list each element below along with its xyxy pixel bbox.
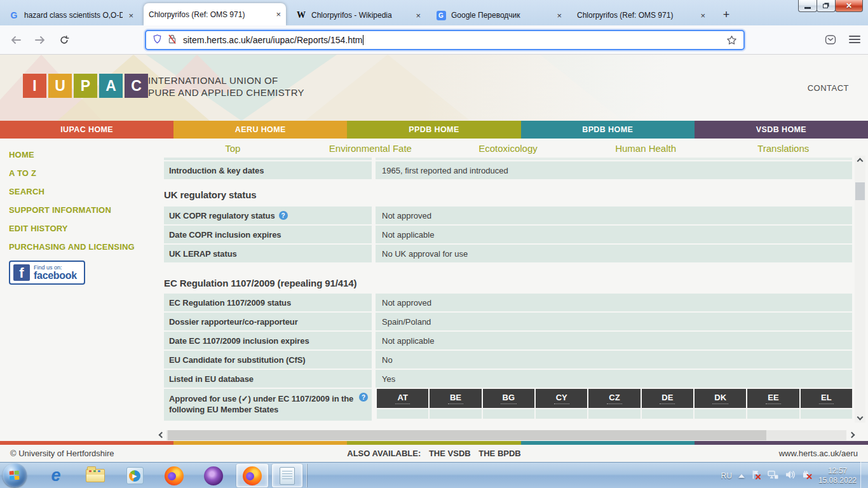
taskbar-clock[interactable]: 12:57 15.08.2022 bbox=[818, 466, 857, 485]
tab-ecotoxicology[interactable]: Ecotoxicology bbox=[439, 143, 577, 154]
help-icon[interactable]: ? bbox=[279, 211, 288, 220]
taskbar-tor-browser[interactable] bbox=[200, 464, 227, 487]
taskbar-media-player[interactable]: ▶ bbox=[121, 464, 149, 487]
table-row: EU Candidate for substitution (CfS) No bbox=[164, 351, 852, 369]
footer-also-available: ALSO AVAILABLE: THE VSDB THE BPDB bbox=[0, 449, 868, 458]
eu-state-header[interactable]: AT bbox=[377, 389, 428, 408]
show-desktop-button[interactable] bbox=[860, 462, 868, 488]
scroll-up-arrow[interactable] bbox=[855, 156, 865, 166]
insecure-lock-icon[interactable] bbox=[168, 34, 177, 47]
eu-state-header[interactable]: CZ bbox=[588, 389, 640, 408]
scroll-left-arrow[interactable] bbox=[156, 433, 166, 437]
table-row: UK COPR regulatory status? Not approved bbox=[164, 207, 852, 224]
site-main-nav: IUPAC HOME AERU HOME PPDB HOME BPDB HOME… bbox=[0, 121, 868, 139]
tab-top[interactable]: Top bbox=[164, 143, 302, 154]
sidebar-item-purchasing-and-licensing[interactable]: PURCHASING AND LICENSING bbox=[9, 242, 159, 252]
table-row: EC Regulation 1107/2009 status Not appro… bbox=[164, 294, 852, 311]
taskbar-file-explorer[interactable] bbox=[81, 464, 109, 487]
sidebar-item-home[interactable]: HOME bbox=[9, 150, 159, 160]
tab-title: hazard class scientists O,O-Dieth bbox=[24, 11, 123, 20]
minimize-button[interactable] bbox=[798, 0, 817, 12]
tab-chlorpyrifos-2[interactable]: Chlorpyrifos (Ref: OMS 971) × bbox=[572, 5, 710, 25]
section-heading-uk: UK regulatory status bbox=[164, 189, 852, 200]
taskbar-firefox[interactable] bbox=[160, 464, 188, 487]
tab-chlorpyrifos-active[interactable]: Chlorpyrifos (Ref: OMS 971) × bbox=[144, 3, 286, 25]
help-icon[interactable]: ? bbox=[359, 393, 368, 402]
sidebar-item-search[interactable]: SEARCH bbox=[9, 187, 159, 197]
row-value: Not applicable bbox=[382, 336, 434, 346]
system-tray: RU 12:57 15.08.2022 bbox=[721, 463, 857, 488]
tab-wikipedia[interactable]: W Chlorpyrifos - Wikipedia × bbox=[291, 5, 426, 25]
scroll-right-arrow[interactable] bbox=[846, 433, 857, 437]
nav-iupac-home[interactable]: IUPAC HOME bbox=[0, 121, 173, 139]
footer-link-vsdb[interactable]: THE VSDB bbox=[429, 449, 471, 458]
eu-state-header[interactable]: EL bbox=[801, 389, 852, 408]
scroll-down-arrow[interactable] bbox=[855, 412, 865, 423]
new-tab-button[interactable]: + bbox=[718, 6, 735, 23]
nav-aeru-home[interactable]: AERU HOME bbox=[173, 121, 347, 139]
windows-logo-icon bbox=[10, 471, 20, 480]
device-error-icon[interactable] bbox=[802, 470, 812, 482]
url-bar[interactable]: sitem.herts.ac.uk/aeru/iupac/Reports/154… bbox=[145, 30, 745, 50]
volume-icon[interactable] bbox=[785, 470, 796, 482]
vertical-scrollbar[interactable] bbox=[855, 156, 865, 423]
taskbar-notepad-active[interactable] bbox=[272, 464, 302, 487]
horizontal-scroll-track[interactable] bbox=[166, 430, 846, 440]
org-name: INTERNATIONAL UNION OF PURE AND APPLIED … bbox=[148, 74, 304, 98]
translate-favicon: G bbox=[436, 10, 446, 20]
purple-browser-icon bbox=[204, 466, 223, 485]
forward-icon[interactable] bbox=[33, 33, 47, 47]
clock-time: 12:57 bbox=[818, 466, 857, 476]
show-hidden-icons-arrow[interactable] bbox=[738, 474, 745, 478]
start-button[interactable] bbox=[3, 463, 27, 487]
nav-bpdb-home[interactable]: BPDB HOME bbox=[521, 121, 695, 139]
network-icon[interactable] bbox=[768, 470, 778, 482]
nav-vsdb-home[interactable]: VSDB HOME bbox=[695, 121, 868, 139]
language-indicator[interactable]: RU bbox=[721, 471, 732, 480]
close-button[interactable]: ✕ bbox=[835, 0, 863, 12]
tab-close-icon[interactable]: × bbox=[700, 11, 705, 20]
tab-human-health[interactable]: Human Health bbox=[577, 143, 715, 154]
org-name-line1: INTERNATIONAL UNION OF bbox=[148, 74, 304, 86]
tab-close-icon[interactable]: × bbox=[128, 11, 133, 20]
sidebar-item-edit-history[interactable]: EDIT HISTORY bbox=[9, 224, 159, 234]
media-player-icon: ▶ bbox=[126, 467, 144, 484]
eu-state-header[interactable]: DK bbox=[695, 389, 746, 408]
restore-button[interactable] bbox=[817, 0, 836, 12]
eu-state-header[interactable]: CY bbox=[536, 389, 587, 408]
eu-state-header[interactable]: EE bbox=[747, 389, 799, 408]
taskbar-firefox-active[interactable] bbox=[236, 464, 268, 487]
sidebar-item-a-to-z[interactable]: A TO Z bbox=[9, 168, 159, 179]
tab-close-icon[interactable]: × bbox=[276, 10, 281, 18]
tab-google-translate[interactable]: G Google Переводчик × bbox=[431, 5, 567, 25]
row-label: Dossier rapporteur/co-rapporteur bbox=[169, 317, 298, 327]
nav-ppdb-home[interactable]: PPDB HOME bbox=[347, 121, 520, 139]
sidebar-item-support-information[interactable]: SUPPORT INFORMATION bbox=[9, 205, 159, 215]
back-icon[interactable] bbox=[9, 33, 23, 47]
contact-link[interactable]: CONTACT bbox=[808, 83, 849, 93]
menu-hamburger-icon[interactable] bbox=[849, 36, 860, 45]
reload-icon[interactable] bbox=[57, 33, 71, 47]
bookmark-star-icon[interactable] bbox=[726, 35, 737, 46]
url-text: sitem.herts.ac.uk/aeru/iupac/Reports/154… bbox=[183, 35, 362, 45]
table-row: Dossier rapporteur/co-rapporteur Spain/P… bbox=[164, 313, 852, 330]
horizontal-scroll-thumb[interactable] bbox=[168, 430, 766, 440]
iupac-logo: I U P A C bbox=[23, 74, 148, 98]
tab-environmental-fate[interactable]: Environmental Fate bbox=[302, 143, 440, 154]
tracking-shield-icon[interactable] bbox=[153, 34, 162, 47]
tab-close-icon[interactable]: × bbox=[557, 11, 562, 20]
horizontal-scrollbar[interactable] bbox=[156, 430, 857, 440]
action-center-flag-icon[interactable] bbox=[751, 470, 761, 482]
sidebar: HOME A TO Z SEARCH SUPPORT INFORMATION E… bbox=[9, 150, 159, 285]
tab-hazard-class[interactable]: G hazard class scientists O,O-Dieth × bbox=[4, 5, 139, 25]
eu-state-header[interactable]: BG bbox=[483, 389, 534, 408]
vertical-scroll-thumb[interactable] bbox=[855, 182, 865, 200]
taskbar-internet-explorer[interactable]: e bbox=[42, 464, 70, 487]
tab-close-icon[interactable]: × bbox=[416, 11, 421, 20]
pocket-icon[interactable] bbox=[825, 34, 836, 48]
eu-state-header[interactable]: BE bbox=[430, 389, 481, 408]
footer-link-bpdb[interactable]: THE BPDB bbox=[478, 449, 520, 458]
eu-state-header[interactable]: DE bbox=[642, 389, 693, 408]
facebook-badge[interactable]: f Find us on: facebook bbox=[9, 261, 85, 285]
tab-translations[interactable]: Translations bbox=[714, 143, 852, 154]
